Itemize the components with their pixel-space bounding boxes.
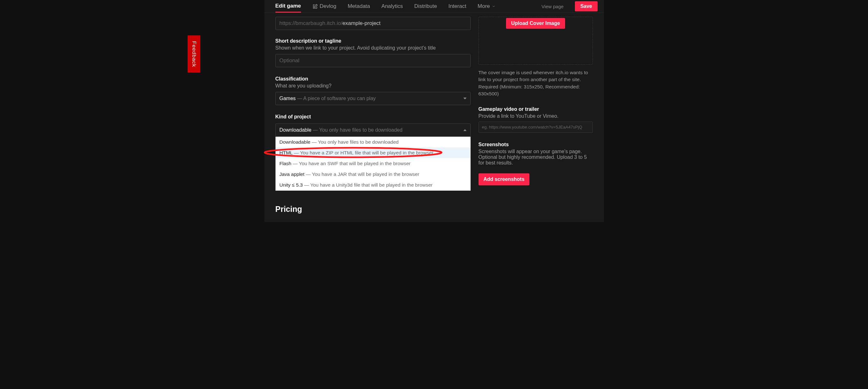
url-value: example-project [342, 20, 381, 27]
tab-more[interactable]: More [477, 1, 496, 12]
kind-value-sub: — You only have files to be downloaded [311, 127, 402, 133]
classification-value-sub: — A piece of software you can play [296, 96, 376, 101]
caret-down-icon [463, 98, 467, 99]
kind-option-unity[interactable]: Unity ≤ 5.3 — You have a Unity3d file th… [276, 180, 470, 190]
edit-icon [312, 4, 318, 9]
kind-option-flash[interactable]: Flash — You have an SWF that will be pla… [276, 158, 470, 169]
short-description-input[interactable]: Optional [275, 54, 471, 67]
project-url-input[interactable]: https://bmcarbaugh.itch.io/example-proje… [275, 17, 471, 30]
opt-sub: — You have an SWF that will be played in… [291, 161, 410, 166]
video-label: Gameplay video or trailer [478, 106, 593, 112]
add-screenshots-button[interactable]: Add screenshots [478, 173, 530, 185]
short-description-placeholder: Optional [280, 58, 300, 64]
classification-label: Classification [275, 76, 471, 82]
classification-value: Games [280, 96, 296, 101]
opt-sub: — You have a Unity3d file that will be p… [303, 182, 432, 188]
kind-option-java[interactable]: Java applet — You have a JAR that will b… [276, 169, 470, 180]
upload-cover-button[interactable]: Upload Cover Image [506, 18, 565, 29]
kind-option-downloadable[interactable]: Downloadable — You only have files to be… [276, 137, 470, 148]
tab-distribute[interactable]: Distribute [414, 1, 437, 12]
caret-up-icon [463, 129, 467, 131]
screenshots-help: Screenshots will appear on your game's p… [478, 149, 593, 166]
kind-option-html[interactable]: HTML — You have a ZIP or HTML file that … [276, 148, 470, 158]
view-page-link[interactable]: View page [541, 4, 563, 9]
short-description-help: Shown when we link to your project. Avoi… [275, 45, 471, 51]
tab-edit-game[interactable]: Edit game [275, 0, 301, 13]
top-nav: Edit game Devlog Metadata Analytics Dist… [265, 0, 604, 13]
opt-main: HTML [280, 150, 293, 155]
chevron-down-icon [492, 4, 496, 8]
tab-devlog[interactable]: Devlog [312, 1, 336, 12]
tab-interact[interactable]: Interact [448, 1, 466, 12]
kind-select[interactable]: Downloadable — You only have files to be… [275, 124, 471, 137]
url-prefix: https://bmcarbaugh.itch.io/ [280, 20, 342, 27]
kind-value: Downloadable [280, 127, 311, 133]
cover-image-dropzone[interactable]: Upload Cover Image [478, 17, 593, 65]
kind-dropdown: Downloadable — You only have files to be… [275, 137, 471, 191]
tab-metadata[interactable]: Metadata [348, 1, 370, 12]
feedback-tab[interactable]: Feedback [188, 35, 200, 73]
pricing-heading: Pricing [275, 205, 471, 214]
short-description-label: Short description or tagline [275, 38, 471, 44]
opt-main: Java applet [280, 171, 305, 177]
tab-analytics[interactable]: Analytics [381, 1, 403, 12]
save-button[interactable]: Save [575, 1, 597, 11]
video-url-input[interactable]: eg. https://www.youtube.com/watch?v=5JEa… [478, 122, 593, 133]
opt-main: Downloadable [280, 139, 310, 144]
screenshots-label: Screenshots [478, 142, 593, 148]
video-help: Provide a link to YouTube or Vimeo. [478, 114, 593, 119]
opt-sub: — You have a ZIP or HTML file that will … [292, 150, 433, 155]
opt-main: Unity ≤ 5.3 [280, 182, 303, 188]
classification-help: What are you uploading? [275, 83, 471, 89]
opt-sub: — You only have files to be downloaded [310, 139, 399, 144]
tab-devlog-label: Devlog [320, 3, 336, 9]
classification-select[interactable]: Games — A piece of software you can play [275, 92, 471, 105]
opt-sub: — You have a JAR that will be played in … [305, 171, 420, 177]
tab-more-label: More [477, 3, 490, 9]
video-placeholder: eg. https://www.youtube.com/watch?v=5JEa… [482, 125, 583, 129]
kind-label: Kind of project [275, 114, 471, 120]
opt-main: Flash [280, 161, 291, 166]
cover-image-help: The cover image is used whenever itch.io… [478, 69, 593, 98]
